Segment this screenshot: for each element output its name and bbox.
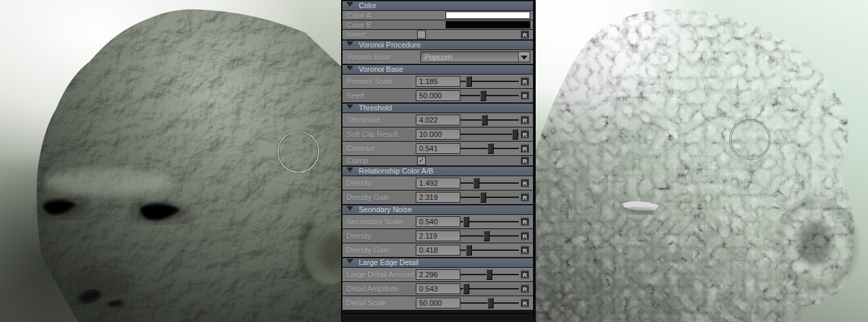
- density-slider[interactable]: [460, 235, 519, 237]
- viewport-left[interactable]: [0, 0, 341, 322]
- sculpt-head-left: [0, 0, 341, 322]
- row-label: Detail Scale: [347, 299, 387, 307]
- primary-scale-slider[interactable]: [460, 81, 519, 82]
- slider-handle[interactable]: [463, 283, 469, 294]
- collapse-arrow-icon: [347, 104, 353, 109]
- density-slider[interactable]: [460, 182, 519, 184]
- soft-clip-result-row: Soft Clip Result10.000R: [342, 127, 533, 141]
- viewport-right[interactable]: [536, 0, 868, 322]
- density-gain-value[interactable]: 0.418: [416, 245, 460, 256]
- properties-panel: ColorColor AColor BInvertRVoronoi Proced…: [341, 0, 534, 322]
- section-title: Relationship Color A/B: [359, 167, 433, 176]
- secondary-scale-slider[interactable]: [460, 221, 519, 222]
- density-gain-row: Density Gain0.418R: [342, 243, 533, 257]
- soft-clip-result-slider[interactable]: [460, 134, 519, 135]
- section-title: Seondary Noise: [359, 205, 412, 214]
- reset-button[interactable]: R: [520, 179, 530, 188]
- density-value[interactable]: 1.492: [416, 178, 460, 188]
- color-b-swatch[interactable]: [446, 21, 530, 28]
- slider-handle[interactable]: [480, 90, 486, 101]
- row-label: Density: [347, 179, 372, 187]
- secondary-scale-value[interactable]: 0.540: [416, 216, 460, 227]
- slider-handle[interactable]: [512, 129, 518, 140]
- section-title: Large Edge Detail: [359, 258, 418, 267]
- slider-handle[interactable]: [481, 115, 488, 125]
- row-label: Color A: [347, 12, 371, 20]
- density-value[interactable]: 2.119: [416, 230, 460, 241]
- section-header-seondary-noise[interactable]: Seondary Noise: [342, 205, 533, 214]
- app-window: ColorColor AColor BInvertRVoronoi Proced…: [0, 0, 868, 322]
- density-gain-row: Density Gain2.319R: [342, 190, 533, 204]
- row-label: Contrast: [347, 144, 375, 153]
- detail-amplitute-slider[interactable]: [460, 288, 519, 289]
- reset-button[interactable]: R: [520, 270, 530, 279]
- slider-handle[interactable]: [466, 76, 472, 87]
- section-header-color[interactable]: Color: [342, 1, 533, 10]
- slider-handle[interactable]: [486, 269, 492, 280]
- detail-scale-slider[interactable]: [460, 302, 519, 304]
- dropdown-arrow-icon[interactable]: [518, 52, 530, 62]
- reset-button[interactable]: R: [520, 285, 530, 294]
- density-gain-slider[interactable]: [460, 197, 519, 198]
- reset-button[interactable]: R: [520, 157, 530, 165]
- large-detail-amount-value[interactable]: 2.296: [416, 269, 460, 280]
- reset-button[interactable]: R: [520, 116, 530, 125]
- slider-handle[interactable]: [466, 245, 472, 256]
- density-row: Density2.119R: [342, 229, 533, 243]
- slider-handle[interactable]: [463, 216, 469, 227]
- slider-handle[interactable]: [488, 143, 494, 154]
- section-header-relationship-color-a-b[interactable]: Relationship Color A/B: [342, 167, 533, 176]
- detail-amplitute-value[interactable]: 0.543: [416, 283, 460, 294]
- threshold-value[interactable]: 4.022: [416, 115, 460, 125]
- large-detail-amount-slider[interactable]: [460, 274, 519, 275]
- row-label: Primary Scale: [347, 77, 393, 85]
- row-label: Invert: [347, 31, 366, 39]
- section-header-large-edge-detail[interactable]: Large Edge Detail: [342, 258, 533, 267]
- primary-scale-row: Primary Scale1.185R: [342, 75, 533, 88]
- collapse-arrow-icon: [347, 66, 353, 71]
- section-title: Threshold: [359, 104, 392, 113]
- contrast-value[interactable]: 0.541: [416, 143, 460, 154]
- reset-button[interactable]: R: [520, 218, 530, 226]
- section-title: Color: [359, 1, 376, 10]
- panel-bottom-strip: [344, 313, 532, 322]
- clamp-checkbox[interactable]: ✓: [417, 157, 426, 165]
- slider-handle[interactable]: [484, 230, 490, 241]
- reset-button[interactable]: R: [520, 92, 530, 100]
- row-label: Density Gain: [347, 193, 389, 201]
- reset-button[interactable]: R: [520, 193, 530, 202]
- detail-scale-value[interactable]: 50.000: [416, 298, 460, 308]
- threshold-slider[interactable]: [460, 119, 519, 121]
- reset-button[interactable]: R: [520, 299, 530, 308]
- soft-clip-result-value[interactable]: 10.000: [416, 129, 460, 140]
- reset-button[interactable]: R: [520, 130, 530, 139]
- section-title: Voronoi Procedure: [359, 41, 420, 49]
- collapse-arrow-icon: [347, 206, 353, 211]
- seed-value[interactable]: 50.000: [416, 90, 460, 101]
- color-a-swatch[interactable]: [446, 12, 530, 19]
- section-header-threshold[interactable]: Threshold: [342, 104, 533, 113]
- reset-button[interactable]: R: [520, 232, 530, 241]
- invert-checkbox[interactable]: [417, 31, 426, 39]
- contrast-slider[interactable]: [460, 148, 519, 149]
- primary-scale-value[interactable]: 1.185: [416, 76, 460, 87]
- voronoi-base-row: Voronoi BasePopcorn: [342, 50, 533, 64]
- voronoi-base-dropdown[interactable]: Popcorn: [420, 52, 530, 62]
- density-gain-slider[interactable]: [460, 249, 519, 251]
- collapse-arrow-icon: [347, 167, 353, 172]
- reset-button[interactable]: R: [520, 246, 530, 255]
- secondary-scale-row: Secondary Scale0.540R: [342, 215, 533, 228]
- section-header-voronoi-base[interactable]: Voronoi Base: [342, 65, 533, 74]
- reset-button[interactable]: R: [520, 77, 530, 86]
- seed-slider[interactable]: [460, 95, 519, 96]
- row-label: Threshold: [347, 116, 380, 124]
- reset-button[interactable]: R: [520, 31, 530, 39]
- density-gain-value[interactable]: 2.319: [416, 192, 460, 203]
- slider-handle[interactable]: [480, 192, 486, 203]
- row-label: Seed: [347, 92, 364, 100]
- reset-button[interactable]: R: [520, 144, 530, 153]
- row-label: Density Gain: [347, 246, 389, 254]
- slider-handle[interactable]: [473, 178, 479, 188]
- section-header-voronoi-procedure[interactable]: Voronoi Procedure: [342, 41, 533, 49]
- slider-handle[interactable]: [488, 298, 494, 308]
